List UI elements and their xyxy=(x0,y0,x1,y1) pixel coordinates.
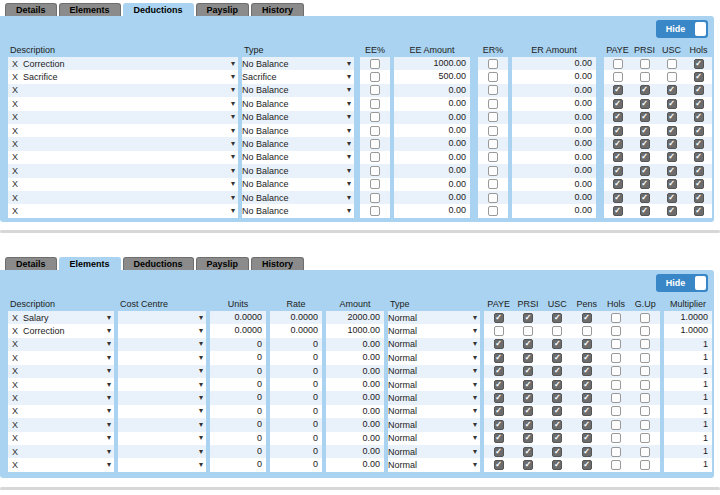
paye-checkbox[interactable]: ✓ xyxy=(494,460,504,470)
remove-row-button[interactable]: X xyxy=(12,313,18,323)
rate-input[interactable]: 0 xyxy=(270,445,322,458)
hols-checkbox[interactable]: ✓ xyxy=(694,152,704,162)
prsi-checkbox[interactable]: ✓ xyxy=(523,353,533,363)
ee-amount-input[interactable]: 1000.00 xyxy=(394,57,470,70)
usc-checkbox[interactable]: ✓ xyxy=(667,126,677,136)
type-select[interactable]: Normal▾ xyxy=(388,365,480,378)
pens-checkbox[interactable]: ✓ xyxy=(582,420,592,430)
prsi-checkbox[interactable]: ✓ xyxy=(640,166,650,176)
tab-deductions[interactable]: Deductions xyxy=(123,257,194,270)
er-percent-checkbox[interactable] xyxy=(488,59,498,69)
hols-checkbox[interactable]: ✓ xyxy=(694,166,704,176)
er-amount-input[interactable]: 0.00 xyxy=(512,204,596,217)
rate-input[interactable]: 0.0000 xyxy=(270,311,322,324)
remove-row-button[interactable]: X xyxy=(12,85,18,95)
type-select[interactable]: Sacrifice▾ xyxy=(242,70,354,83)
usc-checkbox[interactable]: ✓ xyxy=(552,447,562,457)
er-percent-checkbox[interactable] xyxy=(488,112,498,122)
paye-checkbox[interactable]: ✓ xyxy=(494,393,504,403)
er-amount-input[interactable]: 0.00 xyxy=(512,97,596,110)
description-select[interactable]: X▾ xyxy=(8,191,238,204)
pens-checkbox[interactable] xyxy=(582,326,592,336)
amount-input[interactable]: 0.00 xyxy=(326,432,384,445)
usc-checkbox[interactable]: ✓ xyxy=(667,85,677,95)
paye-checkbox[interactable]: ✓ xyxy=(494,353,504,363)
pens-checkbox[interactable]: ✓ xyxy=(582,406,592,416)
rate-input[interactable]: 0 xyxy=(270,351,322,364)
prsi-checkbox[interactable]: ✓ xyxy=(640,99,650,109)
hols-checkbox[interactable]: ✓ xyxy=(694,179,704,189)
description-select[interactable]: X▾ xyxy=(8,137,238,150)
prsi-checkbox[interactable]: ✓ xyxy=(523,366,533,376)
type-select[interactable]: Normal▾ xyxy=(388,458,480,471)
type-select[interactable]: No Balance▾ xyxy=(242,178,354,191)
ee-percent-checkbox[interactable] xyxy=(370,99,380,109)
er-amount-input[interactable]: 0.00 xyxy=(512,111,596,124)
description-select[interactable]: X▾ xyxy=(8,97,238,110)
prsi-checkbox[interactable]: ✓ xyxy=(523,420,533,430)
usc-checkbox[interactable] xyxy=(552,326,562,336)
multiplier-input[interactable]: 1 xyxy=(664,432,712,445)
amount-input[interactable]: 0.00 xyxy=(326,418,384,431)
tab-history[interactable]: History xyxy=(251,3,304,16)
usc-checkbox[interactable]: ✓ xyxy=(552,460,562,470)
ee-percent-checkbox[interactable] xyxy=(370,72,380,82)
usc-checkbox[interactable]: ✓ xyxy=(552,406,562,416)
remove-row-button[interactable]: X xyxy=(12,433,18,443)
description-select[interactable]: X▾ xyxy=(8,164,238,177)
prsi-checkbox[interactable]: ✓ xyxy=(640,179,650,189)
units-input[interactable]: 0 xyxy=(210,365,266,378)
er-percent-checkbox[interactable] xyxy=(488,179,498,189)
hols-checkbox[interactable] xyxy=(611,339,621,349)
usc-checkbox[interactable]: ✓ xyxy=(667,166,677,176)
paye-checkbox[interactable]: ✓ xyxy=(494,380,504,390)
er-amount-input[interactable]: 0.00 xyxy=(512,124,596,137)
gup-checkbox[interactable] xyxy=(640,366,650,376)
description-select[interactable]: X▾ xyxy=(8,445,114,458)
type-select[interactable]: No Balance▾ xyxy=(242,84,354,97)
tab-payslip[interactable]: Payslip xyxy=(196,257,250,270)
ee-amount-input[interactable]: 0.00 xyxy=(394,111,470,124)
description-select[interactable]: X▾ xyxy=(8,124,238,137)
gup-checkbox[interactable] xyxy=(640,380,650,390)
remove-row-button[interactable]: X xyxy=(12,206,18,216)
amount-input[interactable]: 2000.00 xyxy=(326,311,384,324)
units-input[interactable]: 0 xyxy=(210,351,266,364)
remove-row-button[interactable]: X xyxy=(12,152,18,162)
type-select[interactable]: Normal▾ xyxy=(388,351,480,364)
gup-checkbox[interactable] xyxy=(640,406,650,416)
paye-checkbox[interactable]: ✓ xyxy=(613,126,623,136)
units-input[interactable]: 0 xyxy=(210,378,266,391)
multiplier-input[interactable]: 1 xyxy=(664,351,712,364)
remove-row-button[interactable]: X xyxy=(12,339,18,349)
prsi-checkbox[interactable]: ✓ xyxy=(523,393,533,403)
rate-input[interactable]: 0 xyxy=(270,365,322,378)
type-select[interactable]: Normal▾ xyxy=(388,378,480,391)
hols-checkbox[interactable]: ✓ xyxy=(694,139,704,149)
paye-checkbox[interactable]: ✓ xyxy=(494,339,504,349)
pens-checkbox[interactable]: ✓ xyxy=(582,393,592,403)
hols-checkbox[interactable] xyxy=(611,366,621,376)
description-select[interactable]: X▾ xyxy=(8,432,114,445)
cost-centre-select[interactable]: ▾ xyxy=(118,458,206,471)
multiplier-input[interactable]: 1 xyxy=(664,365,712,378)
rate-input[interactable]: 0 xyxy=(270,391,322,404)
paye-checkbox[interactable] xyxy=(613,72,623,82)
ee-percent-checkbox[interactable] xyxy=(370,206,380,216)
amount-input[interactable]: 0.00 xyxy=(326,365,384,378)
amount-input[interactable]: 0.00 xyxy=(326,445,384,458)
type-select[interactable]: Normal▾ xyxy=(388,445,480,458)
er-amount-input[interactable]: 0.00 xyxy=(512,84,596,97)
description-select[interactable]: XCorrection▾ xyxy=(8,324,114,337)
usc-checkbox[interactable]: ✓ xyxy=(552,433,562,443)
amount-input[interactable]: 0.00 xyxy=(326,338,384,351)
er-percent-checkbox[interactable] xyxy=(488,193,498,203)
er-percent-checkbox[interactable] xyxy=(488,166,498,176)
hols-checkbox[interactable]: ✓ xyxy=(694,85,704,95)
prsi-checkbox[interactable]: ✓ xyxy=(640,139,650,149)
hols-checkbox[interactable]: ✓ xyxy=(694,72,704,82)
type-select[interactable]: Normal▾ xyxy=(388,432,480,445)
pens-checkbox[interactable]: ✓ xyxy=(582,447,592,457)
remove-row-button[interactable]: X xyxy=(12,353,18,363)
prsi-checkbox[interactable]: ✓ xyxy=(640,85,650,95)
